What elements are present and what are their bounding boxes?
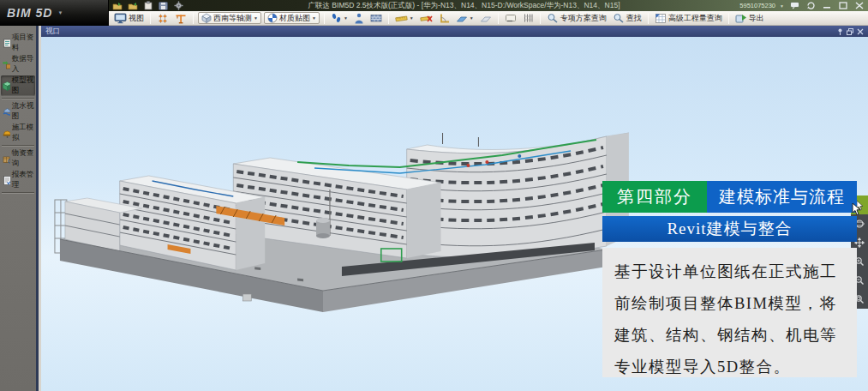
section-plane-off-icon — [480, 14, 492, 23]
crane-icon — [175, 13, 187, 24]
restore-icon[interactable] — [847, 28, 853, 35]
ruler-icon — [395, 14, 408, 23]
hatch-grid-icon — [523, 13, 534, 23]
search-icon — [613, 13, 625, 23]
clipboard-icon[interactable] — [142, 1, 153, 10]
sidebar-divider — [2, 98, 34, 99]
app-logo-text: BIM 5D — [7, 6, 52, 20]
minimize-icon[interactable] — [821, 1, 833, 10]
angle-measure-button[interactable] — [437, 12, 452, 25]
sidebar-item-label: 施工模拟 — [12, 123, 35, 143]
sidebar-item-label: 项目资料 — [12, 33, 35, 53]
view-button[interactable]: 视图 — [112, 12, 146, 25]
report-manage-icon — [3, 176, 10, 185]
pin-icon[interactable] — [837, 28, 843, 35]
sidebar-item-construction-sim[interactable]: 施工模拟 — [1, 123, 35, 143]
overlay-part-label: 第四部分 — [602, 181, 707, 213]
toolbar-separator — [648, 13, 649, 24]
sidebar-item-data-import[interactable]: 数据导入 — [1, 54, 35, 75]
hatch-view-button[interactable] — [521, 12, 536, 25]
material-query-icon — [3, 154, 10, 164]
toolbar-separator — [324, 13, 325, 24]
sidebar-item-project-info[interactable]: 项目资料 — [1, 33, 35, 53]
protractor-icon — [439, 13, 450, 23]
wall-button[interactable] — [368, 12, 384, 25]
export-icon — [735, 13, 747, 23]
clip-box-button[interactable] — [503, 12, 518, 25]
measure-button[interactable]: ▼ — [393, 12, 416, 25]
remove-section-button[interactable] — [478, 12, 494, 25]
sidebar-item-flow-view[interactable]: 流水视图 — [1, 101, 35, 122]
advanced-quantity-label: 高级工程量查询 — [668, 13, 722, 24]
data-import-icon — [3, 60, 10, 69]
user-menu-caret-icon[interactable]: ▼ — [780, 3, 784, 9]
sync-icon[interactable] — [805, 1, 817, 10]
overlay-body-text: 基于设计单位图纸在正式施工前绘制项目整体BIM模型，将建筑、结构、钢结构、机电等… — [602, 248, 857, 377]
section-plane-button[interactable]: ▼ — [454, 12, 476, 25]
logo-caret-icon: ▼ — [57, 10, 63, 15]
sidebar-item-material-query[interactable]: 物资查询 — [1, 148, 35, 169]
sidebar-divider — [2, 192, 34, 194]
sidebar: 项目资料 数据导入 模型视图 流水视图 施工模拟 物资查询 报表管理 — [0, 26, 39, 391]
sidebar-item-label: 报表管理 — [12, 170, 35, 190]
titlebar: 广联达 BIM5D 2.5技术版(正式版) - [华为-N13、N14、N15-… — [0, 0, 868, 11]
brick-wall-icon — [370, 13, 382, 23]
material-mode-select[interactable]: 材质贴图 ▼ — [264, 12, 320, 24]
section-plane-icon — [456, 14, 468, 23]
import-icon[interactable] — [127, 1, 138, 10]
app-logo[interactable]: BIM 5D ▼ — [0, 0, 109, 26]
footprints-icon — [331, 13, 342, 23]
export-label: 导出 — [749, 13, 764, 24]
walkthrough-button[interactable]: ▼ — [329, 12, 350, 25]
search-icon — [547, 13, 559, 23]
window-controls: 5951075230 ▼ — [739, 0, 865, 11]
view-mode-value: 西南等轴测 — [213, 13, 252, 24]
clear-measure-button[interactable] — [418, 12, 434, 25]
toolbar-separator — [388, 13, 389, 24]
open-project-icon[interactable] — [111, 1, 123, 10]
save-icon[interactable] — [158, 1, 169, 10]
view-mode-select[interactable]: 西南等轴测 ▼ — [198, 12, 261, 24]
material-sphere-icon — [267, 13, 278, 23]
message-icon[interactable] — [788, 1, 800, 10]
toolbar-separator — [150, 13, 151, 24]
chevron-down-icon: ▼ — [344, 15, 348, 21]
export-button[interactable]: 导出 — [733, 12, 766, 25]
chevron-down-icon: ▼ — [312, 15, 316, 21]
toolbar-separator — [193, 13, 194, 24]
close-icon[interactable] — [857, 28, 864, 35]
clip-box-icon — [505, 13, 517, 23]
close-icon[interactable] — [853, 1, 865, 10]
construction-sim-icon — [3, 129, 10, 138]
find-button[interactable]: 查找 — [611, 12, 644, 25]
maximize-icon[interactable] — [837, 1, 849, 10]
material-mode-value: 材质贴图 — [279, 13, 310, 24]
sidebar-item-model-view[interactable]: 模型视图 — [1, 75, 35, 96]
sidebar-item-label: 物资查询 — [12, 148, 35, 169]
mouse-cursor — [851, 202, 863, 216]
sidebar-divider — [2, 145, 34, 147]
quick-access-toolbar — [111, 1, 184, 10]
advanced-quantity-button[interactable]: 高级工程量查询 — [653, 12, 724, 25]
toolbar-separator — [498, 13, 499, 24]
settings-gear-icon[interactable] — [173, 1, 184, 10]
axis-grid-icon — [157, 13, 169, 24]
axis-grid-button[interactable] — [155, 12, 171, 25]
chevron-down-icon: ▼ — [254, 15, 258, 21]
project-info-icon — [3, 39, 10, 48]
crane-button[interactable] — [173, 12, 189, 25]
scheme-query-button[interactable]: 专项方案查询 — [545, 12, 608, 25]
sidebar-item-report-manage[interactable]: 报表管理 — [1, 170, 35, 190]
monitor-icon — [114, 13, 127, 24]
viewport-title: 视口 — [45, 27, 60, 37]
flow-view-icon — [3, 107, 10, 117]
user-id: 5951075230 — [739, 2, 775, 9]
ruler-clear-icon — [420, 14, 433, 23]
chevron-down-icon: ▼ — [410, 15, 414, 21]
overlay-part-title: 建模标准与流程 — [707, 181, 857, 213]
sidebar-item-label: 数据导入 — [12, 54, 35, 75]
chevron-down-icon: ▼ — [470, 15, 474, 21]
view-label: 视图 — [129, 13, 144, 24]
toolbar-separator — [540, 13, 541, 24]
person-view-button[interactable] — [352, 12, 366, 25]
